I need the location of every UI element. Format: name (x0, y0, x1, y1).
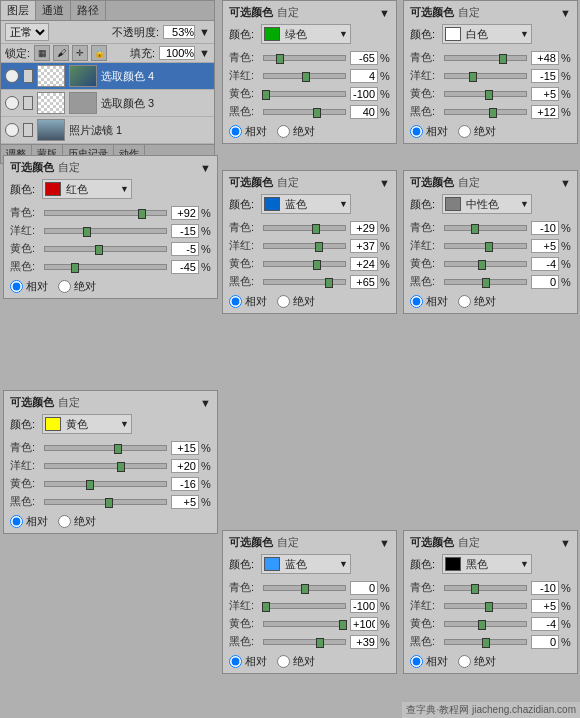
sc-value-input-3[interactable] (531, 635, 559, 649)
sc-slider-3[interactable] (44, 264, 167, 270)
sc-value-input-2[interactable] (171, 242, 199, 256)
sc-value-input-3[interactable] (531, 275, 559, 289)
sc-radio-relative[interactable]: 相对 (410, 124, 448, 139)
sc-slider-thumb-0[interactable] (138, 209, 146, 219)
sc-slider-0[interactable] (444, 55, 527, 61)
tab-layers[interactable]: 图层 (1, 1, 36, 20)
sc-slider-thumb-2[interactable] (262, 90, 270, 100)
sc-color-select[interactable]: 黑色 ▼ (442, 554, 532, 574)
tab-paths[interactable]: 路径 (71, 1, 106, 20)
sc-slider-thumb-2[interactable] (95, 245, 103, 255)
sc-value-input-0[interactable] (531, 221, 559, 235)
layer-eye-2[interactable] (5, 123, 19, 137)
sc-expand[interactable]: ▼ (560, 7, 571, 19)
sc-slider-thumb-1[interactable] (469, 72, 477, 82)
sc-value-input-0[interactable] (531, 581, 559, 595)
sc-slider-0[interactable] (263, 585, 346, 591)
sc-slider-1[interactable] (44, 463, 167, 469)
sc-slider-thumb-0[interactable] (471, 584, 479, 594)
sc-value-input-0[interactable] (350, 51, 378, 65)
sc-slider-thumb-0[interactable] (114, 444, 122, 454)
sc-slider-thumb-0[interactable] (276, 54, 284, 64)
sc-expand[interactable]: ▼ (200, 397, 211, 409)
layer-item-2[interactable]: 照片滤镜 1 (1, 117, 214, 144)
sc-radio-relative[interactable]: 相对 (410, 294, 448, 309)
sc-slider-thumb-2[interactable] (478, 260, 486, 270)
sc-slider-thumb-3[interactable] (316, 638, 324, 648)
sc-slider-2[interactable] (44, 246, 167, 252)
sc-slider-2[interactable] (444, 621, 527, 627)
sc-slider-2[interactable] (444, 261, 527, 267)
sc-radio-absolute-input[interactable] (58, 515, 71, 528)
sc-slider-thumb-3[interactable] (482, 278, 490, 288)
sc-slider-1[interactable] (444, 243, 527, 249)
sc-slider-1[interactable] (263, 73, 346, 79)
sc-slider-thumb-3[interactable] (105, 498, 113, 508)
sc-slider-thumb-0[interactable] (312, 224, 320, 234)
sc-slider-3[interactable] (263, 109, 346, 115)
sc-value-input-3[interactable] (350, 105, 378, 119)
lock-move-icon[interactable]: ✛ (72, 45, 88, 61)
sc-value-input-1[interactable] (350, 239, 378, 253)
sc-radio-absolute[interactable]: 绝对 (277, 654, 315, 669)
sc-value-input-3[interactable] (171, 495, 199, 509)
sc-slider-thumb-1[interactable] (83, 227, 91, 237)
opacity-input[interactable] (163, 25, 195, 39)
layer-item-1[interactable]: 选取颜色 3 (1, 90, 214, 117)
sc-slider-thumb-2[interactable] (478, 620, 486, 630)
sc-radio-absolute-input[interactable] (277, 125, 290, 138)
sc-color-select[interactable]: 白色 ▼ (442, 24, 532, 44)
sc-color-select[interactable]: 蓝色 ▼ (261, 194, 351, 214)
sc-slider-thumb-0[interactable] (301, 584, 309, 594)
sc-radio-relative[interactable]: 相对 (229, 654, 267, 669)
sc-slider-3[interactable] (444, 279, 527, 285)
sc-slider-thumb-0[interactable] (471, 224, 479, 234)
sc-slider-thumb-2[interactable] (485, 90, 493, 100)
sc-radio-absolute[interactable]: 绝对 (277, 294, 315, 309)
sc-slider-thumb-1[interactable] (485, 602, 493, 612)
sc-radio-absolute-input[interactable] (458, 655, 471, 668)
sc-slider-1[interactable] (263, 243, 346, 249)
sc-slider-thumb-1[interactable] (117, 462, 125, 472)
sc-value-input-0[interactable] (531, 51, 559, 65)
sc-radio-relative[interactable]: 相对 (10, 279, 48, 294)
sc-radio-absolute[interactable]: 绝对 (458, 294, 496, 309)
sc-radio-absolute-input[interactable] (458, 125, 471, 138)
sc-slider-0[interactable] (444, 585, 527, 591)
sc-slider-thumb-1[interactable] (302, 72, 310, 82)
sc-slider-2[interactable] (263, 91, 346, 97)
sc-value-input-3[interactable] (350, 635, 378, 649)
sc-radio-absolute[interactable]: 绝对 (458, 654, 496, 669)
sc-value-input-1[interactable] (171, 224, 199, 238)
sc-slider-3[interactable] (263, 639, 346, 645)
sc-value-input-2[interactable] (350, 617, 378, 631)
sc-slider-thumb-2[interactable] (339, 620, 347, 630)
sc-slider-2[interactable] (263, 621, 346, 627)
sc-color-select[interactable]: 蓝色 ▼ (261, 554, 351, 574)
sc-radio-relative-input[interactable] (10, 515, 23, 528)
sc-radio-relative-input[interactable] (410, 125, 423, 138)
sc-radio-relative[interactable]: 相对 (229, 124, 267, 139)
sc-radio-relative-input[interactable] (229, 655, 242, 668)
sc-radio-absolute-input[interactable] (277, 295, 290, 308)
sc-slider-thumb-2[interactable] (313, 260, 321, 270)
tab-channels[interactable]: 通道 (36, 1, 71, 20)
sc-color-select[interactable]: 红色 ▼ (42, 179, 132, 199)
sc-value-input-0[interactable] (171, 441, 199, 455)
sc-value-input-0[interactable] (350, 581, 378, 595)
sc-radio-absolute-input[interactable] (458, 295, 471, 308)
sc-slider-1[interactable] (263, 603, 346, 609)
sc-value-input-1[interactable] (531, 239, 559, 253)
sc-color-select[interactable]: 绿色 ▼ (261, 24, 351, 44)
sc-slider-0[interactable] (44, 445, 167, 451)
sc-radio-absolute-input[interactable] (58, 280, 71, 293)
sc-expand[interactable]: ▼ (379, 7, 390, 19)
sc-radio-absolute[interactable]: 绝对 (277, 124, 315, 139)
sc-value-input-1[interactable] (531, 69, 559, 83)
sc-value-input-2[interactable] (350, 257, 378, 271)
sc-slider-thumb-2[interactable] (86, 480, 94, 490)
sc-slider-3[interactable] (44, 499, 167, 505)
sc-value-input-2[interactable] (531, 257, 559, 271)
sc-value-input-0[interactable] (350, 221, 378, 235)
lock-paint-icon[interactable]: 🖌 (53, 45, 69, 61)
